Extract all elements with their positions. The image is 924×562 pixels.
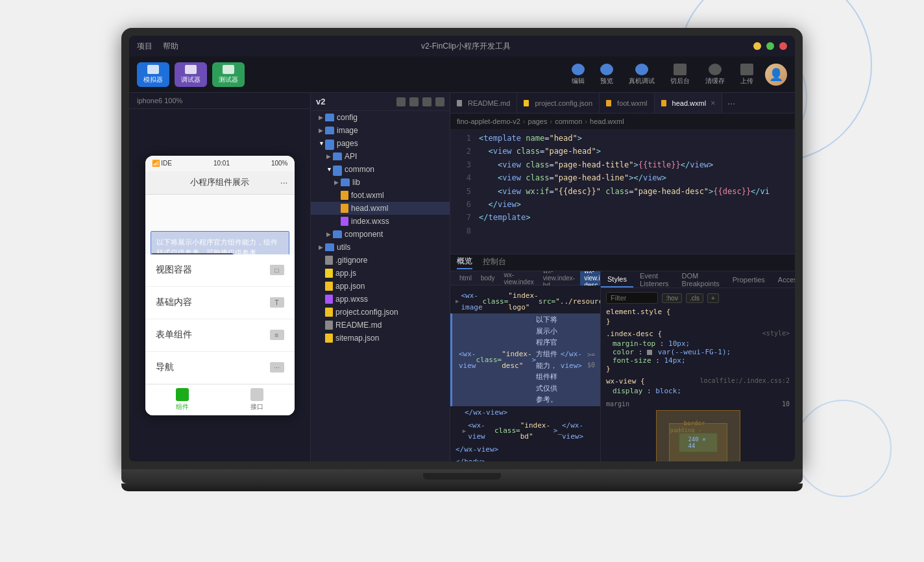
component-folder-label: component: [345, 230, 383, 239]
el-tab-html[interactable]: html: [456, 274, 476, 282]
tree-file-app-js[interactable]: app.js: [311, 267, 450, 280]
menu-bar: 项目 帮助: [137, 41, 178, 52]
upload-action[interactable]: 上传: [734, 61, 760, 88]
minimize-button[interactable]: [753, 42, 761, 50]
tree-file-sitemap[interactable]: sitemap.json: [311, 332, 450, 345]
html-line-wx-image[interactable]: ▶ <wx-image class="index-logo" src="../r…: [450, 289, 600, 313]
file-refresh-button[interactable]: [409, 97, 419, 106]
api-nav-label: 接口: [250, 402, 263, 411]
phone-section-view-container[interactable]: 视图容器 □: [145, 254, 295, 287]
styles-tab-dom-breakpoints[interactable]: DOM Breakpoints: [675, 271, 726, 287]
mode-simulator-button[interactable]: 模拟器: [137, 62, 169, 87]
tree-file-project-config[interactable]: project.config.json: [311, 306, 450, 319]
tab-readme[interactable]: README.md: [450, 93, 517, 113]
styles-tab-properties[interactable]: Properties: [726, 271, 772, 287]
tree-file-index-wxss[interactable]: index.wxss: [311, 215, 450, 228]
style-prop-fontsize: font-size : 14px;: [613, 356, 790, 365]
code-editor[interactable]: 1 <template name="head"> 2 <view class="…: [450, 129, 795, 254]
device-debug-action[interactable]: 真机调试: [622, 61, 661, 88]
maximize-button[interactable]: [766, 42, 774, 50]
style-rule-wx-view: wx-view { localfile:/.index.css:2 displa…: [606, 377, 790, 395]
pseudo-add-button[interactable]: +: [707, 293, 719, 303]
breadcrumb-root[interactable]: fino-applet-demo-v2: [457, 117, 520, 125]
tree-folder-common[interactable]: ▼ common: [311, 163, 450, 176]
tree-folder-api[interactable]: ▶ API: [311, 150, 450, 163]
html-line-body-end[interactable]: </body>: [450, 456, 600, 461]
html-line-wx-view-bd[interactable]: ▶ <wx-view class="index-bd" >_</wx-view>: [450, 419, 600, 443]
tree-folder-image[interactable]: ▶ image: [311, 124, 450, 137]
tab-project-config[interactable]: project.config.json: [517, 93, 600, 113]
mode-debugger-button[interactable]: 调试器: [175, 62, 207, 87]
simulator-icon: [147, 65, 159, 74]
user-avatar[interactable]: 👤: [765, 64, 787, 86]
tree-file-readme[interactable]: README.md: [311, 319, 450, 332]
html-tree[interactable]: ▶ <wx-image class="index-logo" src="../r…: [450, 286, 600, 461]
html-line-wx-view-end[interactable]: </wx-view>: [450, 443, 600, 456]
html-line-wx-view-desc[interactable]: <wx-view class="index-desc" >以下将展示小程序官方组…: [450, 313, 600, 406]
device-panel: iphone6 100% 📶 IDE 10:01 100% 小程序组件展: [129, 93, 311, 461]
file-tree-actions: [396, 97, 444, 106]
pseudo-cls-button[interactable]: .cls: [686, 293, 703, 303]
clear-cache-action[interactable]: 清缓存: [699, 61, 731, 88]
tabs-more-button[interactable]: ···: [722, 98, 740, 108]
tree-folder-component[interactable]: ▶ component: [311, 228, 450, 241]
section-nav-label: 导航: [156, 361, 174, 373]
laptop-bottom: [121, 483, 803, 491]
edit-action[interactable]: 编辑: [565, 61, 591, 88]
menu-project[interactable]: 项目: [137, 41, 152, 52]
bottom-tab-console[interactable]: 控制台: [483, 256, 506, 269]
pages-folder-label: pages: [337, 139, 358, 148]
styles-tab-event-listeners[interactable]: Event Listeners: [633, 271, 675, 287]
tree-file-foot-wxml[interactable]: foot.wxml: [311, 189, 450, 202]
tree-file-app-wxss[interactable]: app.wxss: [311, 293, 450, 306]
tree-file-head-wxml[interactable]: head.wxml: [311, 202, 450, 215]
tab-foot-wxml[interactable]: foot.wxml: [600, 93, 654, 113]
phone-menu-dots[interactable]: ···: [280, 177, 288, 188]
tree-folder-pages[interactable]: ▼ pages: [311, 137, 450, 150]
device-debug-label: 真机调试: [629, 77, 655, 86]
app-title: v2-FinClip小程序开发工具: [421, 41, 511, 52]
head-wxml-icon: [341, 204, 348, 213]
tree-folder-config[interactable]: ▶ config: [311, 111, 450, 124]
file-more-button[interactable]: [435, 97, 444, 106]
phone-nav-components[interactable]: 组件: [176, 388, 189, 411]
head-wxml-tab-close[interactable]: ×: [711, 99, 715, 108]
tree-file-gitignore[interactable]: .gitignore: [311, 254, 450, 267]
bottom-tab-overview[interactable]: 概览: [457, 256, 472, 269]
menu-help[interactable]: 帮助: [163, 41, 178, 52]
code-line-4: 4 <view class="page-head-line"></view>: [450, 171, 795, 184]
phone-nav-api[interactable]: 接口: [250, 388, 263, 411]
tab-head-wxml[interactable]: head.wxml ×: [655, 93, 723, 113]
utils-folder-label: utils: [337, 243, 350, 252]
breadcrumb-pages[interactable]: pages: [528, 117, 548, 125]
file-tree-panel: v2 ▶ config: [311, 93, 450, 461]
file-new-button[interactable]: [396, 97, 406, 106]
el-tab-body[interactable]: body: [477, 274, 499, 282]
pseudo-hov-button[interactable]: :hov: [662, 293, 682, 303]
styles-tab-styles[interactable]: Styles: [601, 271, 633, 287]
phone-battery: 100%: [271, 160, 288, 167]
el-tab-wx-view-index[interactable]: wx-view.index: [500, 271, 538, 286]
background-action[interactable]: 切后台: [664, 61, 696, 88]
breadcrumb-file[interactable]: head.wxml: [590, 117, 624, 125]
mode-tester-button[interactable]: 测试器: [212, 62, 245, 87]
styles-filter-input[interactable]: [606, 292, 658, 304]
phone-section-nav[interactable]: 导航 ···: [145, 352, 295, 384]
styles-tab-accessibility[interactable]: Accessibility: [772, 271, 795, 287]
preview-action[interactable]: 预览: [594, 61, 620, 88]
breadcrumb-common[interactable]: common: [555, 117, 582, 125]
html-line-wx-view-close[interactable]: </wx-view>: [450, 406, 600, 419]
breadcrumb-sep-3: ›: [585, 117, 587, 125]
phone-section-form[interactable]: 表单组件 ≡: [145, 319, 295, 352]
tree-folder-lib[interactable]: ▶ lib: [311, 176, 450, 189]
tree-folder-utils[interactable]: ▶ utils: [311, 241, 450, 254]
box-model-container: margin 10 border -: [606, 400, 790, 461]
background-icon: [674, 64, 687, 75]
close-button[interactable]: [779, 42, 787, 50]
style-prop-display: display : block;: [613, 387, 790, 395]
phone-section-basic[interactable]: 基础内容 T: [145, 287, 295, 319]
file-collapse-button[interactable]: [422, 97, 432, 106]
readme-icon: [325, 321, 333, 330]
tree-file-app-json[interactable]: app.json: [311, 280, 450, 293]
styles-panel: Styles Event Listeners DOM Breakpoints P…: [600, 271, 795, 461]
